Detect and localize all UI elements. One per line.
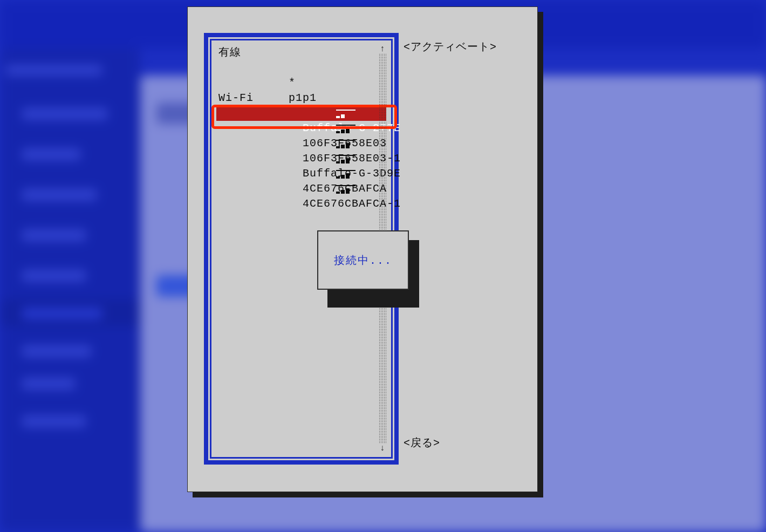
wifi-signal-icon: [336, 141, 360, 148]
wired-item-p1p1[interactable]: * p1p1: [216, 60, 386, 76]
section-wired-header: 有線: [216, 45, 386, 60]
wifi-item[interactable]: 106F3F658E03-1: [216, 136, 386, 151]
back-button[interactable]: <戻る>: [403, 435, 440, 450]
wifi-signal-icon: [336, 186, 360, 194]
wifi-signal-icon: [336, 171, 360, 179]
wifi-item[interactable]: Buffalo-G-3D9E: [216, 151, 386, 166]
scroll-down-icon[interactable]: ↓: [379, 444, 386, 453]
wifi-item[interactable]: 106F3F658E03: [216, 121, 386, 136]
section-wifi-header: Wi-Fi: [216, 91, 386, 106]
connecting-popup: 接続中...: [317, 230, 409, 290]
network-manager-window: 有線 * p1p1 Wi-Fi Buffalo-G-277E 106F3F658…: [187, 6, 538, 492]
connecting-message: 接続中...: [334, 253, 392, 268]
wifi-item[interactable]: 4CE676CBAFCA-1: [216, 181, 386, 196]
wifi-signal-icon: [336, 156, 360, 163]
wifi-signal-icon: [336, 111, 360, 118]
wifi-item[interactable]: 4CE676CBAFCA: [216, 166, 386, 181]
spacer: [216, 76, 386, 91]
wifi-signal-icon: [336, 126, 360, 133]
wifi-item-selected[interactable]: Buffalo-G-277E: [216, 106, 386, 121]
scroll-up-icon[interactable]: ↑: [379, 44, 386, 54]
activate-button[interactable]: <アクティベート>: [403, 39, 497, 54]
